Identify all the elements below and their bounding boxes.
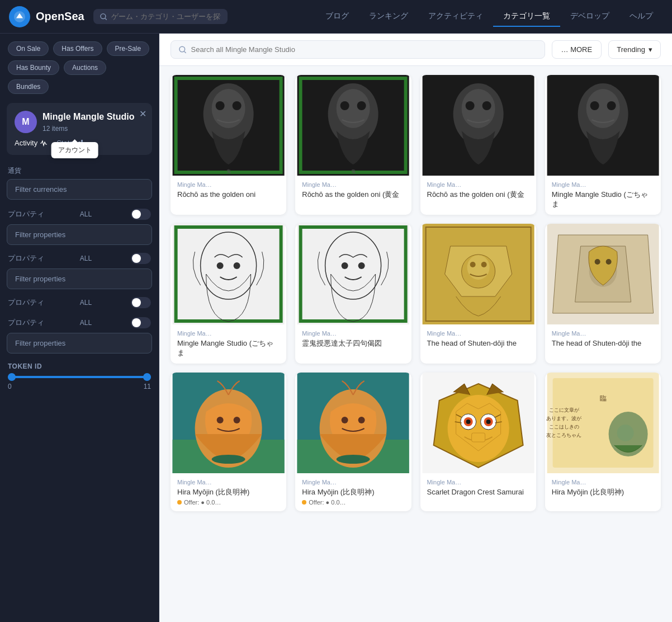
content-search[interactable] xyxy=(171,40,545,59)
chip-has-bounty[interactable]: Has Bounty xyxy=(8,60,59,75)
slider-thumb-min[interactable] xyxy=(8,373,16,381)
item-card[interactable]: Mingle Ma… 霊鬼授悪達太子四句偈図 xyxy=(295,224,411,364)
item-card[interactable]: Mingle Ma… The head of Shuten-dōji the xyxy=(545,224,661,364)
currency-filter[interactable]: Filter currencies xyxy=(7,179,152,200)
item-card[interactable]: Mingle Ma… Scarlet Dragon Crest Samurai xyxy=(420,373,536,512)
nav-links: ブログ ランキング アクティビティ カテゴリ一覧 デベロップ ヘルプ xyxy=(315,7,663,27)
filter-props-1[interactable]: Filter properties xyxy=(7,224,152,245)
item-name: The head of Shuten-dōji the xyxy=(427,339,529,348)
sort-select[interactable]: Trending ▾ xyxy=(608,40,661,59)
more-button[interactable]: … MORE xyxy=(552,40,602,59)
item-card[interactable]: Mingle Ma… The head of Shuten-dōji the xyxy=(420,224,536,364)
tab-stats[interactable]: Stats xyxy=(56,139,83,147)
item-card[interactable]: Mingle Ma… Mingle Mangle Studio (ごちゃま xyxy=(171,224,286,364)
item-name: Mingle Mangle Studio (ごちゃま xyxy=(177,339,280,358)
nav-help[interactable]: ヘルプ xyxy=(619,7,663,27)
svg-point-24 xyxy=(482,101,491,110)
nav-blog[interactable]: ブログ xyxy=(315,7,359,27)
close-account-button[interactable]: ✕ xyxy=(139,109,146,119)
item-collection: Mingle Ma… xyxy=(177,181,280,188)
chip-bundles[interactable]: Bundles xyxy=(8,79,49,94)
nav-categories[interactable]: カテゴリ一覧 xyxy=(493,7,560,27)
chip-has-offers[interactable]: Has Offers xyxy=(53,41,102,56)
property-row-2: プロパティ ALL xyxy=(0,248,159,268)
svg-point-10 xyxy=(216,101,225,110)
item-collection: Mingle Ma… xyxy=(552,181,654,188)
items-grid: 鬼 Mingle Ma… Rōchō as the golden oni 鬼 M… xyxy=(159,66,672,520)
filter-props-3[interactable]: Filter properties xyxy=(7,333,152,354)
chip-auctions[interactable]: Auctions xyxy=(64,60,106,75)
item-info: Mingle Ma… Scarlet Dragon Crest Samurai xyxy=(420,473,536,503)
logo[interactable]: OpenSea xyxy=(9,6,84,27)
navbar-search[interactable] xyxy=(93,9,228,24)
item-image: 鬼 xyxy=(295,75,411,176)
sort-chevron: ▾ xyxy=(649,45,652,54)
svg-point-53 xyxy=(217,417,224,423)
property-toggle-2[interactable] xyxy=(131,253,151,264)
property-row-4: プロパティ ALL xyxy=(0,313,159,333)
svg-point-34 xyxy=(234,262,240,269)
account-name: Mingle Mangle Studio xyxy=(42,111,134,122)
item-card[interactable]: Mingle Ma… Mingle Mangle Studio (ごちゃま xyxy=(545,75,661,215)
item-card[interactable]: 鬼 Mingle Ma… Rōchō as the golden oni (黄金 xyxy=(295,75,411,215)
navbar-search-input[interactable] xyxy=(111,12,220,21)
content-search-input[interactable] xyxy=(191,45,537,54)
nav-activity[interactable]: アクティビティ xyxy=(418,7,493,27)
slider-track xyxy=(8,376,151,378)
chip-pre-sale[interactable]: Pre-Sale xyxy=(107,41,150,56)
nav-develop[interactable]: デベロップ xyxy=(560,7,619,27)
chip-on-sale[interactable]: On Sale xyxy=(8,41,49,56)
item-image: 臨 ここに文章が あります。波が ここはしきの 友ところちゃん xyxy=(545,373,661,473)
svg-point-55 xyxy=(212,455,245,464)
svg-rect-35 xyxy=(297,224,409,324)
item-image xyxy=(295,224,411,324)
item-image xyxy=(420,373,536,473)
filter-chips: On Sale Has Offers Pre-Sale Has Bounty A… xyxy=(0,34,159,98)
item-name: Hira Myōjin (比良明神) xyxy=(302,488,404,497)
slider-labels: 0 11 xyxy=(8,383,151,390)
item-name: The head of Shuten-dōji the xyxy=(552,339,654,348)
item-image xyxy=(545,75,661,176)
account-header: M Mingle Mangle Studio 12 items xyxy=(15,111,144,133)
item-collection: Mingle Ma… xyxy=(177,330,280,337)
item-info: Mingle Ma… Mingle Mangle Studio (ごちゃま xyxy=(545,176,661,215)
svg-point-38 xyxy=(342,262,348,269)
property-toggle-3[interactable] xyxy=(131,297,151,308)
slider-thumb-max[interactable] xyxy=(143,373,151,381)
item-card[interactable]: Mingle Ma… Rōchō as the golden oni (黄金 xyxy=(420,75,536,215)
svg-point-1 xyxy=(101,13,106,18)
svg-point-79 xyxy=(617,425,633,441)
item-collection: Mingle Ma… xyxy=(552,479,654,486)
item-card[interactable]: Mingle Ma… Hira Myōjin (比良明神) Offer: ● 0… xyxy=(295,373,411,512)
item-collection: Mingle Ma… xyxy=(427,330,529,337)
currency-label: 通貨 xyxy=(0,159,159,179)
logo-text: OpenSea xyxy=(36,10,84,23)
property-toggle-4[interactable] xyxy=(131,317,151,328)
svg-point-45 xyxy=(481,262,486,267)
item-card[interactable]: Mingle Ma… Hira Myōjin (比良明神) Offer: ● 0… xyxy=(171,373,286,512)
svg-point-69 xyxy=(486,420,490,424)
svg-point-68 xyxy=(466,420,470,424)
svg-point-17 xyxy=(340,101,349,110)
svg-rect-4 xyxy=(81,140,83,147)
token-id-label: TOKEN ID xyxy=(8,362,151,370)
svg-rect-3 xyxy=(78,142,80,147)
tab-activity[interactable]: Activity xyxy=(15,139,48,147)
item-offer: Offer: ● 0.0… xyxy=(177,499,280,506)
slider-min-label: 0 xyxy=(8,383,12,390)
item-card[interactable]: 臨 ここに文章が あります。波が ここはしきの 友ところちゃん Mingle M… xyxy=(545,373,661,512)
item-collection: Mingle Ma… xyxy=(302,330,404,337)
account-tabs: Activity Stats xyxy=(15,139,144,147)
property-toggle-1[interactable] xyxy=(131,209,151,220)
item-image xyxy=(545,224,661,324)
svg-point-29 xyxy=(607,101,616,110)
item-collection: Mingle Ma… xyxy=(302,181,404,188)
svg-point-54 xyxy=(234,417,240,423)
item-info: Mingle Ma… The head of Shuten-dōji the xyxy=(545,324,661,354)
logo-icon xyxy=(9,6,30,27)
nav-ranking[interactable]: ランキング xyxy=(359,7,418,27)
activity-icon xyxy=(40,139,48,147)
item-info: Mingle Ma… Rōchō as the golden oni xyxy=(171,176,286,205)
item-card[interactable]: 鬼 Mingle Ma… Rōchō as the golden oni xyxy=(171,75,286,215)
filter-props-2[interactable]: Filter properties xyxy=(7,268,152,289)
